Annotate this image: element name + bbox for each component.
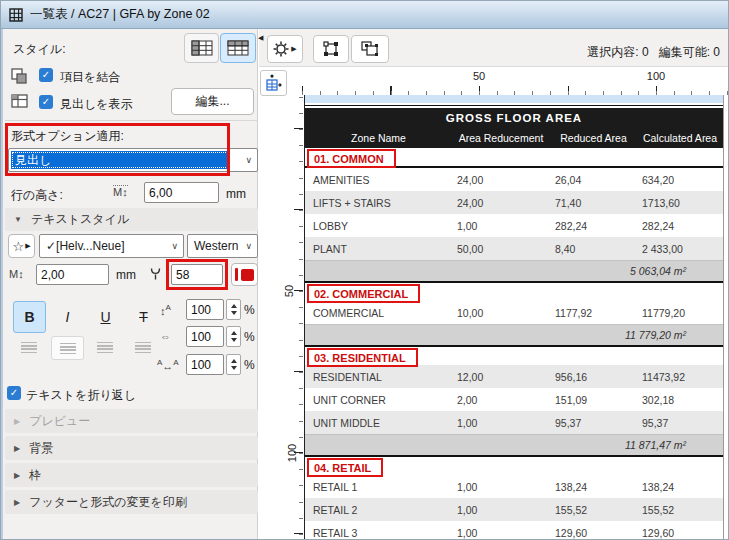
schedule-settings-window: 一覧表 / AC27 | GFA by Zone 02 スタイル: ✓ <box>0 0 729 540</box>
line-spacing-stepper[interactable] <box>226 299 241 320</box>
title-bar: 一覧表 / AC27 | GFA by Zone 02 <box>1 1 729 29</box>
group-subtotal-row: 5 063,04 m² <box>305 260 723 281</box>
table-cell: 71,40 <box>550 197 637 209</box>
row-height-icon: M↕ <box>113 185 128 198</box>
table-cell: 129,60 <box>550 527 637 539</box>
merge-items-icon <box>11 68 28 84</box>
table-row[interactable]: RESIDENTIAL12,00956,1611473,92 <box>305 365 723 388</box>
width-factor-stepper[interactable] <box>226 326 241 347</box>
subtotal-value: 11 779,20 m² <box>625 329 686 341</box>
ruler-origin-button[interactable] <box>260 70 287 96</box>
table-cell: 138,24 <box>550 481 637 493</box>
char-spacing-icon: A↔A <box>157 358 179 372</box>
schedule-table[interactable]: GROSS FLOOR AREA Zone Name Area Reduceme… <box>304 95 724 539</box>
table-cell: 302,18 <box>637 394 723 406</box>
select-element-button[interactable] <box>313 35 349 63</box>
column-header-reduced-area[interactable]: Reduced Area <box>550 132 637 144</box>
group-header-annotation: 01. COMMON <box>307 149 396 168</box>
table-row[interactable]: RETAIL 11,00138,24138,24 <box>305 475 723 498</box>
column-header-area-reducement[interactable]: Area Reducement <box>452 132 550 144</box>
style-option-header-button[interactable] <box>220 33 256 63</box>
column-header-calculated-area[interactable]: Calculated Area <box>637 132 723 144</box>
table-cell: 8,40 <box>550 243 637 255</box>
align-justify-button[interactable] <box>127 336 158 358</box>
line-spacing-icon: ↕A <box>160 303 171 317</box>
table-cell: UNIT MIDDLE <box>305 417 452 429</box>
font-dropdown[interactable]: ✓[Helv...Neue] ∨ <box>39 234 184 258</box>
table-cell: 11779,20 <box>637 307 723 319</box>
font-size-input[interactable] <box>36 264 109 285</box>
table-cell: 1,00 <box>452 527 550 539</box>
table-cell: 634,20 <box>637 174 723 186</box>
line-spacing-input[interactable] <box>186 299 224 320</box>
pen-icon <box>149 267 162 282</box>
show-headers-checkbox[interactable]: ✓ <box>39 95 53 109</box>
schedule-body: 01. COMMONAMENITIES24,0026,04634,20LIFTS… <box>305 148 723 539</box>
v-ruler-label-50: 50 <box>283 285 295 297</box>
section-footer-print[interactable]: ▶ フッターと形式の変更を印刷 <box>5 490 258 514</box>
table-row[interactable]: PLANT50,008,402 433,00 <box>305 237 723 260</box>
strikethrough-button[interactable]: T <box>127 301 160 333</box>
table-title: GROSS FLOOR AREA <box>305 108 723 128</box>
table-row[interactable]: UNIT MIDDLE1,0095,3795,37 <box>305 411 723 434</box>
italic-button[interactable]: I <box>51 301 84 333</box>
group-header-row[interactable]: 04. RETAIL <box>305 455 723 475</box>
table-cell: RESIDENTIAL <box>305 371 452 383</box>
style-header-icon <box>227 40 249 56</box>
gear-icon <box>273 41 289 57</box>
table-cell: COMMERCIAL <box>305 307 452 319</box>
table-cell: 129,60 <box>637 527 723 539</box>
section-background[interactable]: ▶ 背景 <box>5 436 258 460</box>
select-all-types-button[interactable] <box>351 35 389 63</box>
table-row[interactable]: LIFTS + STAIRS24,0071,401713,60 <box>305 191 723 214</box>
group-header-row[interactable]: 03. RESIDENTIAL <box>305 345 723 365</box>
h-ruler-label-50: 50 <box>473 70 485 82</box>
table-cell: 1,00 <box>452 504 550 516</box>
char-spacing-input[interactable] <box>186 354 224 375</box>
favorites-button[interactable]: ☆▶ <box>8 234 35 258</box>
table-cell: PLANT <box>305 243 452 255</box>
wrap-text-checkbox[interactable]: ✓ <box>7 386 21 400</box>
row-height-input[interactable] <box>144 182 219 203</box>
format-option-selected-value: 見出し <box>11 151 229 169</box>
font-script-dropdown[interactable]: Western ∨ <box>187 234 258 258</box>
table-cell: 956,16 <box>550 371 637 383</box>
table-cell: 2 433,00 <box>637 243 723 255</box>
pen-number-input[interactable] <box>171 264 223 285</box>
table-row[interactable]: RETAIL 21,00155,52155,52 <box>305 498 723 521</box>
format-option-dropdown[interactable]: 見出し ∨ <box>8 148 258 172</box>
pen-color-button[interactable] <box>231 263 258 286</box>
table-row[interactable]: RETAIL 31,00129,60129,60 <box>305 521 723 539</box>
table-top-margin-band <box>305 95 723 103</box>
table-row[interactable]: AMENITIES24,0026,04634,20 <box>305 168 723 191</box>
table-row[interactable]: UNIT CORNER2,00151,09302,18 <box>305 388 723 411</box>
group-header-row[interactable]: 02. COMMERCIAL <box>305 281 723 301</box>
style-option-rows-button[interactable] <box>184 33 219 63</box>
section-preview[interactable]: ▶ プレビュー <box>5 409 258 433</box>
table-row[interactable]: LOBBY1,00282,24282,24 <box>305 214 723 237</box>
column-header-zone-name[interactable]: Zone Name <box>305 132 452 144</box>
group-header-annotation: 02. COMMERCIAL <box>307 284 420 303</box>
char-spacing-unit: % <box>244 358 255 372</box>
vertical-ruler[interactable]: 50 100 <box>287 95 303 540</box>
horizontal-ruler[interactable]: 50 100 <box>301 67 729 95</box>
group-header-row[interactable]: 01. COMMON <box>305 148 723 168</box>
chevron-down-icon: ∨ <box>171 241 178 251</box>
edit-button[interactable]: 編集... <box>171 88 254 115</box>
bold-button[interactable]: B <box>13 301 46 333</box>
settings-menu-button[interactable]: ▶ <box>267 35 303 63</box>
char-spacing-stepper[interactable] <box>226 354 241 375</box>
width-factor-input[interactable] <box>186 326 224 347</box>
align-center-button[interactable] <box>51 336 84 360</box>
merge-items-checkbox[interactable]: ✓ <box>39 68 53 82</box>
chevron-down-icon: ∨ <box>245 155 252 165</box>
align-right-button[interactable] <box>89 336 120 358</box>
table-row[interactable]: COMMERCIAL10,001177,9211779,20 <box>305 301 723 324</box>
table-cell: UNIT CORNER <box>305 394 452 406</box>
align-left-button[interactable] <box>13 336 44 358</box>
section-text-style[interactable]: ▼ テキストスタイル <box>5 208 258 231</box>
table-top-border <box>305 105 723 106</box>
underline-button[interactable]: U <box>89 301 122 333</box>
panel-collapse-arrow[interactable]: ◀ <box>258 34 263 42</box>
section-frame[interactable]: ▶ 枠 <box>5 463 258 487</box>
